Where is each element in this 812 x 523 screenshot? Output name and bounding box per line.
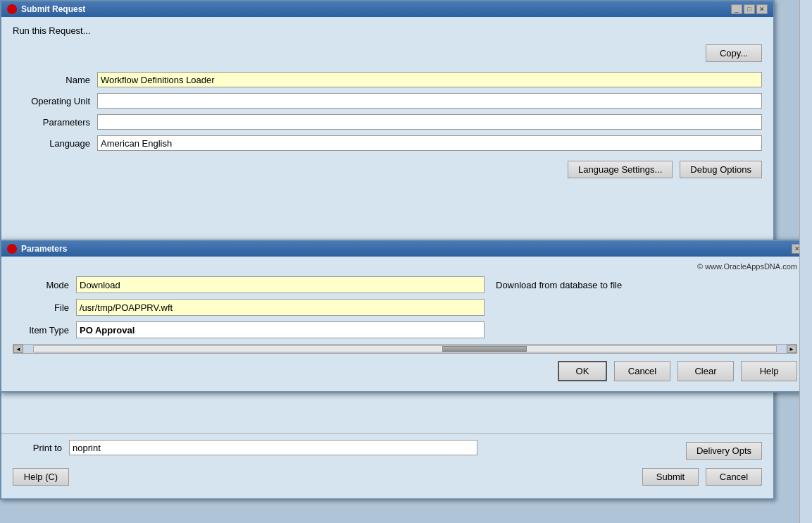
scroll-left-arrow[interactable]: ◄ [13, 345, 23, 353]
delivery-opts-button[interactable]: Delivery Opts [686, 442, 762, 460]
name-input[interactable] [97, 72, 762, 87]
params-cancel-button[interactable]: Cancel [614, 361, 670, 381]
language-row: Language American English [13, 135, 762, 151]
scroll-right-arrow[interactable]: ► [787, 345, 797, 353]
params-titlebar: Parameters ✕ [1, 241, 808, 257]
bottom-cancel-button[interactable]: Cancel [706, 468, 762, 486]
debug-options-button[interactable]: Debug Options [680, 161, 762, 178]
operating-unit-input[interactable] [97, 93, 762, 109]
mode-description: Download from database to file [496, 280, 622, 290]
parameters-window: Parameters ✕ © www.OracleAppsDNA.com Mod… [0, 240, 810, 393]
copyright: © www.OracleAppsDNA.com [13, 262, 797, 271]
print-to-input[interactable] [69, 440, 477, 455]
file-input[interactable] [76, 299, 485, 316]
item-type-input[interactable] [76, 321, 485, 338]
submit-window-title: Submit Request [21, 4, 85, 14]
print-row: Print to [13, 440, 675, 455]
params-btn-row: OK Cancel Clear Help [13, 361, 797, 381]
params-content: © www.OracleAppsDNA.com Mode Download fr… [1, 257, 808, 391]
bottom-btn-group: Submit Cancel [642, 468, 762, 486]
params-oracle-icon [7, 244, 17, 254]
submit-window-titlebar: Submit Request _ □ ✕ [1, 1, 773, 17]
operating-unit-label: Operating Unit [13, 96, 97, 106]
horizontal-scrollbar[interactable]: ◄ ► [13, 344, 797, 354]
print-to-label: Print to [13, 443, 69, 453]
ok-button[interactable]: OK [558, 361, 607, 381]
scrollbar-thumb[interactable] [442, 346, 527, 352]
oracle-icon [7, 4, 17, 14]
item-type-label: Item Type [13, 325, 76, 336]
titlebar-controls: _ □ ✕ [731, 4, 768, 14]
item-type-row: Item Type [13, 321, 797, 338]
language-debug-btn-row: Language Settings... Debug Options [13, 161, 762, 185]
minimize-button[interactable]: _ [731, 4, 742, 14]
name-row: Name [13, 72, 762, 87]
help-c-button[interactable]: Help (C) [13, 468, 69, 486]
right-scrollbar[interactable] [799, 0, 812, 523]
name-label: Name [13, 75, 97, 85]
mode-row: Mode Download from database to file [13, 276, 797, 293]
language-value: American English [97, 135, 762, 151]
titlebar-left: Submit Request [7, 4, 85, 14]
clear-button[interactable]: Clear [677, 361, 734, 381]
parameters-label: Parameters [13, 117, 97, 128]
file-label: File [13, 302, 76, 313]
bottom-btn-row: Help (C) Submit Cancel [13, 468, 762, 491]
file-row: File [13, 299, 797, 316]
submit-button[interactable]: Submit [642, 468, 699, 486]
params-help-button[interactable]: Help [741, 361, 797, 381]
run-label: Run this Request... [13, 25, 762, 36]
params-window-title: Parameters [21, 244, 67, 254]
parameters-row: Parameters [13, 114, 762, 130]
mode-label: Mode [13, 280, 76, 290]
scrollbar-track[interactable] [33, 345, 777, 352]
maximize-button[interactable]: □ [744, 4, 755, 14]
language-settings-button[interactable]: Language Settings... [568, 161, 673, 178]
close-button[interactable]: ✕ [756, 4, 768, 14]
mode-input[interactable] [76, 276, 485, 293]
parameters-input[interactable] [97, 114, 762, 130]
submit-window-content: Run this Request... Copy... Name Operati… [1, 17, 773, 194]
operating-unit-row: Operating Unit [13, 93, 762, 109]
params-titlebar-left: Parameters [7, 244, 67, 254]
copy-btn-row: Copy... [13, 44, 762, 62]
language-label: Language [13, 138, 97, 149]
copy-button[interactable]: Copy... [706, 44, 762, 62]
